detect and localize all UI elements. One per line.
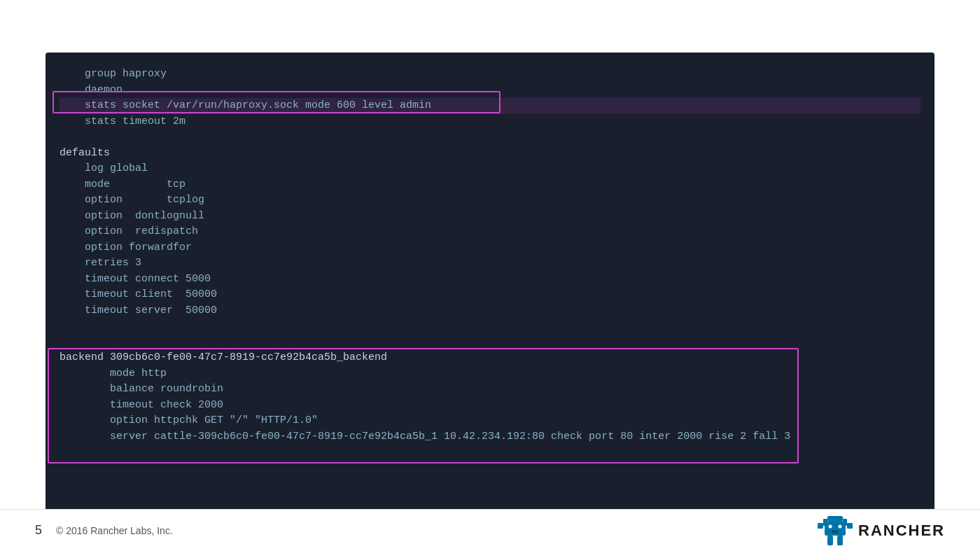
svg-rect-0	[818, 523, 823, 529]
code-line-retries: retries 3	[59, 256, 920, 272]
code-line-log: log global	[59, 161, 920, 177]
code-line-backend-timeout: timeout check 2000	[59, 398, 920, 414]
code-line-backend-header: backend 309cb6c0-fe00-47c7-8919-cc7e92b4…	[59, 350, 920, 366]
code-line-opt4: option forwardfor	[59, 240, 920, 256]
code-line-backend-mode: mode http	[59, 366, 920, 382]
code-line-defaults: defaults	[59, 146, 920, 162]
svg-rect-7	[837, 536, 843, 545]
code-line-opt3: option redispatch	[59, 224, 920, 240]
code-line-1: group haproxy	[59, 67, 920, 83]
slide: group haproxy daemon stats socket /var/r…	[0, 0, 980, 551]
code-line-timeout1: timeout connect 5000	[59, 272, 920, 288]
code-line-mode: mode tcp	[59, 177, 920, 193]
code-line-empty2	[59, 319, 920, 335]
code-line-backend-option: option httpchk GET "/" "HTTP/1.0"	[59, 413, 920, 429]
code-line-timeout3: timeout server 50000	[59, 303, 920, 319]
code-block: group haproxy daemon stats socket /var/r…	[59, 67, 920, 445]
code-line-timeout2: timeout client 50000	[59, 287, 920, 303]
footer-left: 5 © 2016 Rancher Labs, Inc.	[35, 523, 173, 538]
footer: 5 © 2016 Rancher Labs, Inc.	[0, 509, 980, 551]
code-line-3: stats timeout 2m	[59, 114, 920, 130]
svg-rect-6	[827, 536, 833, 545]
code-line-empty1	[59, 130, 920, 146]
svg-point-12	[836, 531, 837, 532]
svg-point-8	[829, 524, 832, 528]
rancher-logo-text: RANCHER	[858, 522, 945, 540]
code-line-backend-server: server cattle-309cb6c0-fe00-47c7-8919-cc…	[59, 429, 920, 445]
rancher-bull-icon	[818, 516, 853, 545]
terminal-area: group haproxy daemon stats socket /var/r…	[46, 53, 934, 512]
footer-copyright: © 2016 Rancher Labs, Inc.	[56, 525, 173, 536]
svg-rect-1	[847, 523, 853, 529]
main-content: group haproxy daemon stats socket /var/r…	[0, 0, 980, 551]
code-line-opt2: option dontlognull	[59, 209, 920, 225]
code-line-stats: stats socket /var/run/haproxy.sock mode …	[59, 98, 920, 114]
svg-rect-4	[827, 516, 843, 522]
code-line-backend-balance: balance roundrobin	[59, 382, 920, 398]
svg-point-9	[839, 524, 842, 528]
code-line-empty3	[59, 335, 920, 351]
rancher-logo: RANCHER	[818, 516, 945, 545]
code-line-2: daemon	[59, 83, 920, 99]
code-line-opt1: option tcplog	[59, 193, 920, 209]
page-number: 5	[35, 523, 42, 538]
svg-point-11	[832, 531, 834, 532]
